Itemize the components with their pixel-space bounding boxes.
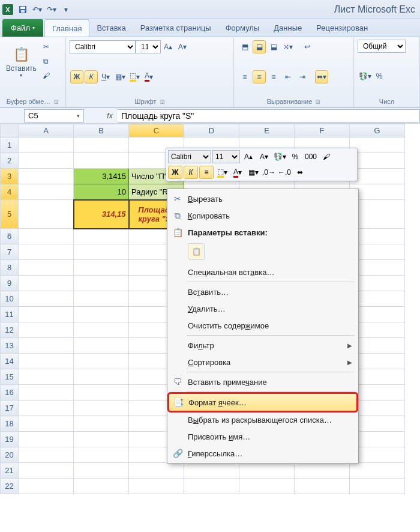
align-middle-button[interactable]: ⬓ xyxy=(253,40,266,53)
select-all-corner[interactable] xyxy=(1,124,19,138)
ctx-sort[interactable]: Сортировка▶ xyxy=(169,354,357,370)
tab-insert[interactable]: Вставка xyxy=(89,19,133,37)
row-18[interactable]: 18 xyxy=(1,416,19,432)
decrease-font-button[interactable]: A▾ xyxy=(176,40,189,53)
ctx-paste-special[interactable]: Специальная вставка… xyxy=(169,264,357,280)
cell-B4[interactable]: 10 xyxy=(74,184,129,200)
fx-icon[interactable]: fx xyxy=(102,112,118,120)
format-painter-button[interactable]: 🖌 xyxy=(40,69,53,82)
row-7[interactable]: 7 xyxy=(1,244,19,260)
col-C[interactable]: C xyxy=(129,124,184,138)
align-left-button[interactable]: ≡ xyxy=(238,70,251,83)
cut-button[interactable]: ✂ xyxy=(40,40,53,53)
font-size-select[interactable]: 11 xyxy=(136,40,161,53)
ctx-cut[interactable]: ✂Вырезать xyxy=(169,190,357,207)
number-format-select[interactable]: Общий xyxy=(358,40,406,53)
mini-comma[interactable]: 000 xyxy=(304,150,318,163)
tab-formulas[interactable]: Формулы xyxy=(218,19,267,37)
currency-button[interactable]: 💱▾ xyxy=(358,70,371,83)
row-21[interactable]: 21 xyxy=(1,463,19,479)
col-G[interactable]: G xyxy=(350,124,405,138)
row-17[interactable]: 17 xyxy=(1,401,19,416)
ctx-paste-default[interactable]: 📋 xyxy=(188,243,205,260)
wrap-text-button[interactable]: ↩ xyxy=(301,40,314,53)
alignment-dialog-icon[interactable]: ◲ xyxy=(316,99,320,104)
mini-font-name[interactable]: Calibri xyxy=(168,150,211,163)
align-right-button[interactable]: ≡ xyxy=(267,70,280,83)
decrease-indent-button[interactable]: ⇤ xyxy=(281,70,295,83)
align-center-button[interactable]: ≡ xyxy=(253,70,266,83)
mini-font-size[interactable]: 11 xyxy=(212,150,240,163)
borders-button[interactable]: ▦▾ xyxy=(113,70,127,83)
increase-font-button[interactable]: A▴ xyxy=(161,40,175,53)
font-color-button[interactable]: A▾ xyxy=(142,70,155,83)
mini-shrink-font[interactable]: A▾ xyxy=(257,150,271,163)
mini-center[interactable]: ≡ xyxy=(199,166,214,179)
qat-redo[interactable]: ↷▾ xyxy=(45,3,58,16)
ctx-pick-from-list[interactable]: Выбрать из раскрывающегося списка… xyxy=(169,411,357,428)
col-F[interactable]: F xyxy=(295,124,350,138)
mini-merge[interactable]: ⬌ xyxy=(293,166,307,179)
increase-indent-button[interactable]: ⇥ xyxy=(296,70,309,83)
tab-home[interactable]: Главная xyxy=(44,19,89,37)
mini-bold[interactable]: Ж xyxy=(168,166,182,179)
qat-undo[interactable]: ↶▾ xyxy=(31,3,44,16)
align-bottom-button[interactable]: ⬓ xyxy=(267,40,280,53)
bold-button[interactable]: Ж xyxy=(70,70,83,83)
mini-percent[interactable]: % xyxy=(288,150,302,163)
fill-color-button[interactable]: ⬚▾ xyxy=(128,70,141,83)
row-2[interactable]: 2 xyxy=(1,153,19,169)
tab-data[interactable]: Данные xyxy=(266,19,309,37)
ctx-hyperlink[interactable]: 🔗Гиперссылка… xyxy=(169,445,357,462)
tab-review[interactable]: Рецензирован xyxy=(309,19,375,37)
row-6[interactable]: 6 xyxy=(1,229,19,244)
row-19[interactable]: 19 xyxy=(1,432,19,447)
align-top-button[interactable]: ⬒ xyxy=(238,40,251,53)
cell-B5[interactable]: 314,15 xyxy=(74,200,129,229)
col-D[interactable]: D xyxy=(184,124,239,138)
copy-button[interactable]: ⧉ xyxy=(40,55,53,68)
row-1[interactable]: 1 xyxy=(1,138,19,153)
row-22[interactable]: 22 xyxy=(1,479,19,494)
qat-save[interactable] xyxy=(16,3,29,16)
name-box[interactable]: C5 xyxy=(24,109,84,122)
tab-page-layout[interactable]: Разметка страницы xyxy=(133,19,218,37)
mini-borders[interactable]: ▦▾ xyxy=(246,166,260,179)
mini-font-color[interactable]: A▾ xyxy=(230,166,245,179)
orientation-button[interactable]: ⤭▾ xyxy=(281,40,295,53)
qat-customize[interactable]: ▾ xyxy=(59,3,73,16)
mini-italic[interactable]: К xyxy=(184,166,198,179)
italic-button[interactable]: К xyxy=(85,70,98,83)
row-16[interactable]: 16 xyxy=(1,385,19,401)
ctx-insert[interactable]: Вставить… xyxy=(169,283,357,300)
row-5[interactable]: 5 xyxy=(1,200,19,229)
mini-decrease-decimal[interactable]: ←.0 xyxy=(277,166,292,179)
ctx-clear[interactable]: Очистить содержимое xyxy=(169,317,357,334)
row-15[interactable]: 15 xyxy=(1,369,19,385)
clipboard-dialog-icon[interactable]: ◲ xyxy=(54,99,59,104)
percent-button[interactable]: % xyxy=(373,70,386,83)
font-dialog-icon[interactable]: ◲ xyxy=(160,99,165,104)
col-A[interactable]: A xyxy=(19,124,74,138)
row-3[interactable]: 3 xyxy=(1,169,19,184)
row-4[interactable]: 4 xyxy=(1,184,19,200)
cell-B3[interactable]: 3,1415 xyxy=(74,169,129,184)
ctx-insert-comment[interactable]: 🗨Вставить примечание xyxy=(169,373,357,390)
underline-button[interactable]: Ч▾ xyxy=(99,70,112,83)
paste-button[interactable]: 📋 Вставить ▾ xyxy=(4,44,39,79)
ctx-define-name[interactable]: Присвоить имя… xyxy=(169,428,357,445)
row-9[interactable]: 9 xyxy=(1,276,19,291)
col-B[interactable]: B xyxy=(74,124,129,138)
row-13[interactable]: 13 xyxy=(1,338,19,354)
ctx-copy[interactable]: ⧉Копировать xyxy=(169,207,357,224)
row-20[interactable]: 20 xyxy=(1,447,19,463)
row-12[interactable]: 12 xyxy=(1,322,19,338)
row-8[interactable]: 8 xyxy=(1,260,19,276)
ctx-format-cells[interactable]: 📑Формат ячеек… xyxy=(169,393,357,411)
col-E[interactable]: E xyxy=(239,124,295,138)
row-14[interactable]: 14 xyxy=(1,354,19,369)
tab-file[interactable]: Файл xyxy=(2,19,43,37)
font-name-select[interactable]: Calibri xyxy=(70,40,136,53)
row-10[interactable]: 10 xyxy=(1,291,19,307)
mini-grow-font[interactable]: A▴ xyxy=(241,150,256,163)
